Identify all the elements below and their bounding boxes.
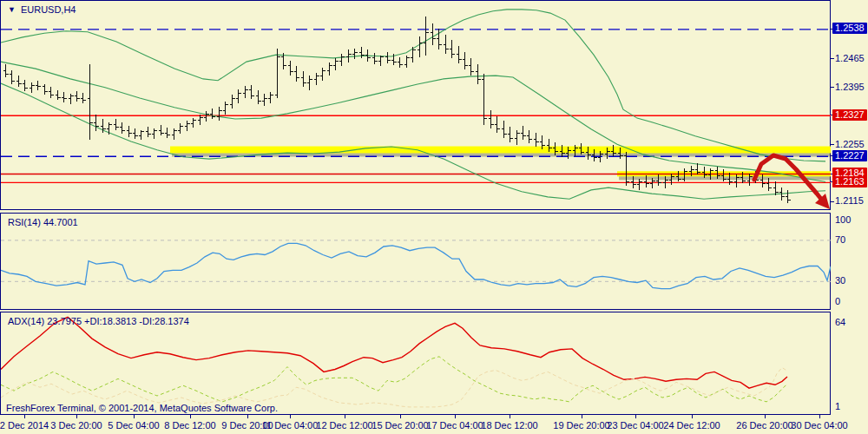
copyright-text: FreshForex Terminal, © 2001-2014, MetaQu… — [6, 403, 278, 413]
time-axis-label: 15 Dec 20:00 — [372, 420, 428, 431]
indicator-axis-label: 64 — [835, 317, 845, 328]
time-axis[interactable]: 2 Dec 20143 Dec 20:005 Dec 04:008 Dec 12… — [0, 415, 868, 434]
time-axis-tick — [455, 415, 456, 418]
price-axis-label: 1.2395 — [835, 82, 865, 93]
indicator-axis-label: 1 — [835, 401, 840, 412]
time-axis-label: 8 Dec 12:00 — [164, 420, 215, 431]
price-axis-tick — [831, 201, 834, 202]
price-axis[interactable]: 1.25381.24651.23951.23271.22551.22271.21… — [831, 0, 868, 210]
time-axis-label: 12 Dec 12:00 — [316, 420, 372, 431]
indicator-axis-label: 70 — [835, 234, 845, 246]
price-axis-tick — [831, 87, 834, 88]
adx-indicator-panel[interactable]: ADX(14) 23.7975 +DI:18.3813 -DI:28.1374 … — [0, 312, 831, 415]
time-axis-label: 3 Dec 20:00 — [50, 420, 102, 431]
indicator-axis-label: 100 — [835, 214, 851, 226]
time-axis-tick — [345, 415, 345, 418]
time-axis-tick — [765, 415, 766, 418]
time-axis-label: 17 Dec 04:00 — [426, 420, 483, 431]
time-axis-tick — [247, 415, 248, 418]
time-axis-label: 5 Dec 04:00 — [108, 420, 159, 431]
time-axis-label: 24 Dec 12:00 — [663, 420, 720, 431]
time-axis-tick — [190, 415, 191, 418]
symbol-timeframe-label: ▼EURUSD,H4 — [8, 4, 76, 15]
time-axis-label: 11 Dec 04:00 — [262, 420, 319, 431]
time-axis-tick — [24, 415, 25, 418]
price-axis-label: 1.2163 — [832, 176, 867, 187]
time-axis-tick — [635, 415, 636, 418]
time-axis-tick — [134, 415, 135, 418]
time-axis-label: 30 Dec 04:00 — [791, 420, 847, 431]
di-line — [1, 357, 787, 402]
time-axis-tick — [290, 415, 291, 418]
rsi-indicator-panel[interactable]: RSI(14) 44.7001 — [0, 213, 831, 310]
highlight-zone — [170, 147, 831, 154]
time-axis-label: 23 Dec 04:00 — [607, 420, 663, 431]
time-axis-tick — [510, 415, 510, 418]
adx-label: ADX(14) 23.7975 +DI:18.3813 -DI:28.1374 — [8, 316, 189, 326]
price-axis-tick — [831, 144, 834, 145]
time-axis-tick — [692, 415, 693, 418]
time-axis-label: 18 Dec 12:00 — [481, 420, 537, 431]
rsi-axis[interactable]: 10070300 — [831, 213, 868, 310]
time-axis-tick — [76, 415, 77, 418]
symbol-label-text: EURUSD,H4 — [21, 4, 76, 15]
time-axis-tick — [400, 415, 401, 418]
indicator-axis-label: 0 — [835, 296, 840, 307]
indicator-axis-label: 30 — [835, 275, 845, 286]
main-chart-plot[interactable] — [1, 1, 831, 211]
time-axis-label: 19 Dec 20:00 — [553, 420, 609, 431]
price-axis-label: 1.2115 — [835, 195, 864, 207]
adx-plot[interactable] — [1, 312, 831, 414]
bollinger-lower-line — [1, 83, 825, 199]
time-axis-label: 26 Dec 20:00 — [736, 420, 792, 431]
rsi-label: RSI(14) 44.7001 — [8, 217, 78, 227]
adx-line — [1, 317, 787, 388]
price-axis-tick — [831, 58, 834, 59]
time-axis-tick — [582, 415, 582, 418]
price-axis-label: 1.2465 — [835, 53, 865, 64]
bollinger-middle-line — [1, 62, 825, 181]
rsi-line — [1, 243, 831, 288]
adx-axis[interactable]: 641 — [831, 312, 868, 415]
dropdown-triangle-icon: ▼ — [8, 5, 16, 14]
time-axis-tick — [819, 415, 820, 418]
price-axis-label: 1.2538 — [832, 23, 867, 34]
time-axis-label: 2 Dec 2014 — [0, 420, 49, 431]
price-axis-label: 1.2255 — [835, 139, 865, 150]
price-axis-label: 1.2227 — [832, 150, 867, 161]
main-chart-panel[interactable]: ▼EURUSD,H4 — [0, 0, 831, 210]
price-axis-label: 1.2327 — [832, 109, 867, 121]
di-line — [1, 368, 787, 407]
rsi-plot[interactable] — [1, 214, 831, 309]
